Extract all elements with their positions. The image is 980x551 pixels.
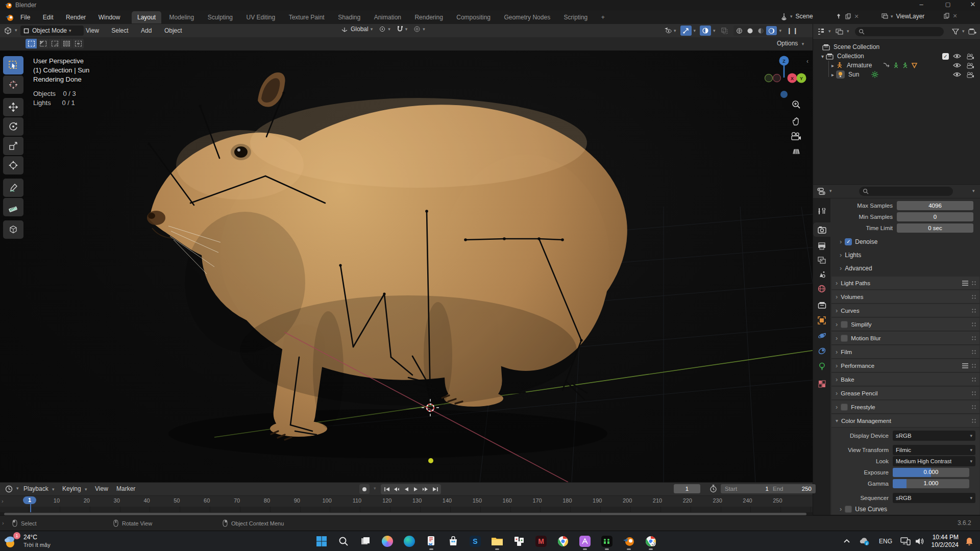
tool-measure[interactable] (3, 198, 23, 216)
app-s-blue-icon[interactable]: S (468, 534, 482, 548)
panel-grease-pencil[interactable]: ›Grease Pencil (831, 387, 979, 400)
scene-browse-caret[interactable]: ▾ (790, 14, 793, 19)
proportional-caret[interactable]: ▾ (423, 27, 425, 32)
copilot-icon[interactable] (380, 534, 395, 548)
pivot-caret[interactable]: ▾ (388, 27, 390, 32)
shading-wireframe-button[interactable] (734, 26, 745, 35)
tab-constraints[interactable] (813, 344, 830, 358)
start-frame-field[interactable]: Start1 (721, 484, 773, 493)
armature-hide-eye-icon[interactable] (953, 62, 961, 68)
freestyle-checkbox[interactable] (841, 404, 848, 411)
menu-render[interactable]: Render (61, 11, 91, 24)
close-button[interactable]: ✕ (966, 1, 980, 8)
play-button[interactable] (411, 485, 421, 494)
orientation-caret[interactable]: ▾ (371, 27, 373, 32)
minimize-button[interactable]: – (913, 1, 930, 8)
panel-color-management[interactable]: ▾Color Management (831, 414, 979, 428)
properties-search-input[interactable] (859, 187, 953, 196)
menu-edit[interactable]: Edit (38, 11, 59, 24)
options-dropdown[interactable]: Options ▾ (777, 40, 804, 47)
onedrive-cloud-icon[interactable]: i (859, 537, 870, 546)
workspace-tab-uv-editing[interactable]: UV Editing (240, 11, 281, 23)
workspace-tab-sculpting[interactable]: Sculpting (202, 11, 238, 23)
tool-select-mode-extend[interactable] (37, 39, 48, 48)
tab-tool[interactable] (813, 204, 830, 218)
properties-editor-icon[interactable] (817, 188, 825, 195)
blender-app-menu-icon[interactable] (5, 13, 14, 22)
xray-toggle-icon[interactable] (721, 27, 728, 35)
exposure-slider[interactable]: 0.000 (893, 468, 969, 477)
tray-volume-icon[interactable] (915, 537, 925, 546)
min-samples-field[interactable]: 0 (897, 212, 973, 221)
tab-object[interactable] (813, 313, 830, 328)
viewlayer-browse-icon[interactable] (881, 12, 889, 20)
mode-dropdown[interactable]: Object Mode ▾ (20, 26, 84, 36)
play-reverse-button[interactable] (401, 485, 411, 494)
tool-select-mode-intersect[interactable] (72, 39, 84, 48)
current-frame-field[interactable]: 1 (674, 484, 700, 493)
outliner-row-scene-collection[interactable]: Scene Collection (813, 42, 980, 52)
shading-rendered-button[interactable] (766, 26, 777, 35)
sun-hide-eye-icon[interactable] (953, 71, 961, 78)
pause-render-button[interactable]: ❙❙ (787, 27, 799, 34)
tray-chevron-up-icon[interactable] (843, 538, 850, 543)
viewport-menu-select[interactable]: Select (106, 24, 133, 37)
armature-render-camera-icon[interactable] (966, 62, 974, 69)
camera-view-icon[interactable] (790, 131, 802, 141)
workspace-tab-shading[interactable]: Shading (332, 11, 366, 23)
workspace-tab-compositing[interactable]: Compositing (451, 11, 496, 23)
look-select[interactable]: Medium High Contrast▾ (893, 456, 975, 466)
workspace-tab-scripting[interactable]: Scripting (558, 11, 594, 23)
outliner-editor-caret[interactable]: ▾ (828, 29, 831, 34)
menu-file[interactable]: File (15, 11, 35, 24)
timeline-editor-caret[interactable]: ▾ (16, 486, 19, 491)
panel-motion-blur[interactable]: ›Motion Blur (831, 332, 979, 345)
outliner-display-mode-icon[interactable] (836, 28, 843, 35)
auto-key-record-button[interactable] (359, 484, 370, 494)
timeline-ruler[interactable]: 1102030405060708090100110120130140150160… (0, 495, 813, 507)
denoise-checkbox[interactable]: ✓ (845, 238, 852, 245)
outliner-display-caret[interactable]: ▾ (847, 29, 849, 34)
weather-widget[interactable]: 1 24°C Trời ít mây (3, 532, 51, 550)
tool-select-mode-set[interactable] (26, 39, 37, 48)
outliner-row-collection[interactable]: ▾ Collection ✓ (813, 52, 980, 61)
show-object-types-icon[interactable] (664, 27, 672, 34)
scene-name-field[interactable]: Scene (796, 13, 836, 20)
overlays-caret[interactable]: ▾ (713, 28, 716, 33)
snap-magnet-icon[interactable] (397, 26, 403, 33)
tool-scale[interactable] (3, 137, 23, 155)
tab-scene[interactable] (813, 267, 830, 282)
edge-icon[interactable] (402, 534, 416, 548)
shading-solid-button[interactable] (745, 26, 755, 35)
editor-type-caret[interactable]: ▾ (15, 28, 17, 33)
zoom-view-icon[interactable] (791, 99, 801, 110)
show-overlays-toggle[interactable] (700, 26, 711, 36)
use-curves-checkbox[interactable] (845, 506, 852, 513)
show-gizmo-toggle[interactable] (680, 26, 692, 36)
timeline-expand-arrow[interactable]: › (2, 498, 4, 504)
mahjong-tiles-icon[interactable] (512, 534, 526, 548)
tab-view-layer[interactable] (813, 253, 830, 267)
use-preview-range-stopwatch-icon[interactable] (709, 485, 717, 493)
outliner-search-input[interactable] (855, 27, 944, 36)
workspace-tab-layout[interactable]: Layout (132, 11, 161, 23)
tab-object-data[interactable] (813, 359, 830, 373)
tool-add-cube[interactable] (3, 220, 23, 239)
chrome-icon[interactable] (556, 534, 570, 548)
collection-hide-eye-icon[interactable] (953, 53, 961, 59)
panel-performance[interactable]: ›Performance (831, 359, 979, 372)
collection-exclude-checkbox[interactable]: ✓ (942, 53, 949, 60)
timeline-editor-icon[interactable] (5, 485, 13, 493)
menu-window[interactable]: Window (93, 11, 126, 24)
tool-annotate[interactable] (3, 179, 23, 197)
playback-menu[interactable]: Playback ▾ (23, 485, 55, 492)
chrome-profile-icon[interactable] (644, 534, 658, 548)
jump-to-start-button[interactable] (382, 485, 391, 494)
workspace-tab-texture-paint[interactable]: Texture Paint (283, 11, 330, 23)
denoise-toggle[interactable]: ›✓ Denoise (836, 238, 877, 245)
remove-viewlayer-icon[interactable]: ✕ (953, 13, 958, 19)
snipping-tool-icon[interactable] (424, 534, 438, 548)
gizmo-caret[interactable]: ▾ (694, 28, 696, 33)
panel-bake[interactable]: ›Bake (831, 373, 979, 386)
tray-network-icon[interactable] (900, 537, 911, 546)
